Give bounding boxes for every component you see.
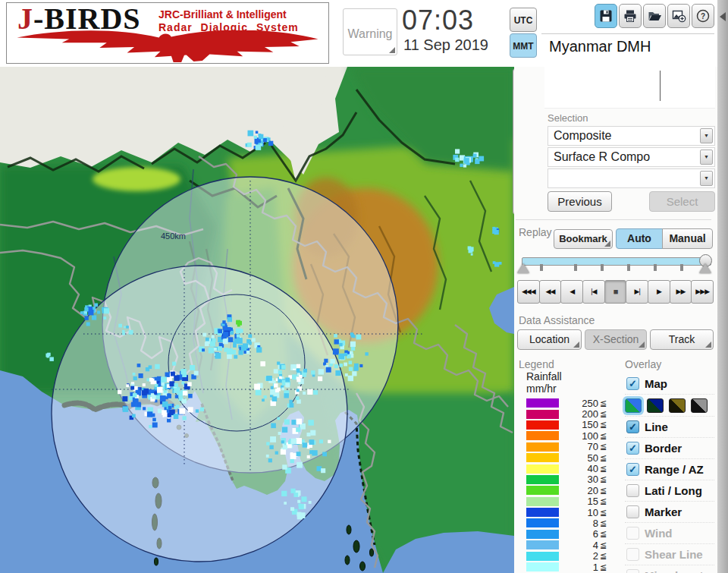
chevron-down-icon[interactable]: ▼ — [700, 150, 713, 165]
legend-row: 50≦ — [526, 452, 617, 463]
line-checkbox[interactable]: ✓ — [626, 420, 639, 433]
less-equal-symbol: ≦ — [600, 398, 607, 408]
step-forward-button[interactable]: ▶| — [626, 280, 648, 304]
mmt-button[interactable]: MMT — [510, 33, 537, 58]
overlay-item-label: Map — [645, 377, 667, 390]
open-file-button[interactable] — [643, 4, 666, 28]
border-checkbox[interactable]: ✓ — [626, 442, 639, 455]
add-image-icon — [671, 8, 686, 24]
lati-long-checkbox[interactable] — [626, 484, 639, 497]
step-backward-button[interactable]: |◀ — [582, 280, 605, 304]
map-style-darkgreen-navy[interactable] — [647, 398, 664, 413]
marker-checkbox[interactable] — [626, 505, 639, 518]
legend-color-swatch — [526, 530, 559, 539]
save-button[interactable] — [595, 4, 617, 28]
map-style-black-olive[interactable] — [669, 398, 686, 413]
fast-backward-button[interactable]: ◀◀ — [539, 280, 562, 304]
overlay-checklist: ✓Map✓Line✓Border✓Range / AZLati / LongMa… — [625, 373, 714, 573]
legend-row: 15≦ — [526, 496, 617, 507]
legend-row: 70≦ — [526, 442, 617, 452]
play-backward-button[interactable]: ◀ — [560, 280, 583, 304]
manual-mode-button[interactable]: Manual — [662, 228, 713, 249]
forward-to-end-button[interactable]: ▶▶▶ — [691, 280, 714, 304]
legend-value: 200 — [565, 408, 598, 420]
overlay-item-label: Range / AZ — [645, 463, 704, 476]
legend-value: 15 — [565, 496, 598, 507]
map-checkbox[interactable]: ✓ — [626, 377, 639, 390]
less-equal-symbol: ≦ — [600, 529, 607, 539]
warning-button[interactable]: Warning — [343, 8, 397, 55]
slider-tick — [601, 264, 604, 271]
select-button[interactable]: Select — [649, 191, 715, 212]
legend-color-swatch — [526, 398, 559, 408]
print-button[interactable] — [619, 4, 642, 28]
legend-color-swatch — [526, 552, 559, 561]
product-dropdown-2[interactable]: Surface R Compo ▼ — [548, 147, 715, 167]
chevron-down-icon[interactable]: ▼ — [700, 171, 713, 186]
slider-start-marker[interactable] — [517, 263, 529, 273]
slider-end-marker[interactable] — [699, 263, 711, 273]
chevron-down-icon[interactable]: ▼ — [700, 128, 713, 143]
legend-row: 40≦ — [526, 463, 617, 474]
track-button[interactable]: Track — [650, 329, 714, 350]
legend-row: 6≦ — [526, 529, 617, 540]
previous-button[interactable]: Previous — [548, 191, 612, 212]
map-style-green-blue[interactable] — [625, 398, 642, 413]
less-equal-symbol: ≦ — [600, 508, 607, 518]
add-image-button[interactable] — [667, 4, 690, 28]
legend-color-swatch — [526, 475, 559, 484]
collapse-panel-icon[interactable] — [720, 12, 726, 21]
less-equal-symbol: ≦ — [600, 486, 607, 496]
text-caret — [660, 71, 661, 101]
x-section-button[interactable]: X-Section — [585, 329, 647, 350]
location-label: Location — [529, 333, 570, 345]
save-icon — [598, 8, 613, 24]
open-folder-icon — [647, 8, 662, 24]
utc-button[interactable]: UTC — [510, 8, 537, 32]
bookmark-button[interactable]: Bookmark — [554, 229, 613, 249]
station-text-field[interactable] — [544, 67, 715, 109]
legend-value: 70 — [565, 441, 598, 452]
slider-tick — [654, 264, 657, 271]
play-forward-button[interactable]: ▶ — [648, 280, 670, 304]
shear-line-checkbox — [626, 548, 639, 561]
legend-row: 20≦ — [526, 485, 617, 496]
overlay-item-label: Line — [645, 420, 668, 433]
corner-menu-icon — [705, 342, 711, 348]
warning-label: Warning — [348, 27, 393, 40]
map-style-swatches — [625, 394, 714, 416]
overlay-item-label: Border — [645, 442, 682, 455]
legend-value: 8 — [565, 518, 598, 529]
map-style-black-gray[interactable] — [691, 398, 708, 413]
auto-mode-button[interactable]: Auto — [616, 228, 663, 249]
rewind-to-start-button[interactable]: ◀◀◀ — [517, 280, 540, 304]
legend-row: 250≦ — [526, 398, 617, 408]
svg-text:?: ? — [701, 12, 705, 20]
less-equal-symbol: ≦ — [600, 551, 607, 561]
overlay-item-label: Microburst — [645, 569, 704, 573]
less-equal-symbol: ≦ — [600, 453, 607, 463]
product-dropdown-1[interactable]: Composite ▼ — [548, 126, 715, 146]
stop-button[interactable]: ■ — [604, 280, 627, 304]
legend-value: 2 — [565, 550, 598, 562]
dropdown-value: Composite — [554, 127, 611, 145]
location-button[interactable]: Location — [517, 329, 582, 350]
panel-collapse-strip[interactable] — [717, 0, 728, 573]
legend-color-swatch — [526, 486, 559, 495]
overlay-item-label: Lati / Long — [645, 484, 702, 497]
slider-tick — [574, 264, 577, 271]
range-az-checkbox[interactable]: ✓ — [626, 463, 639, 476]
legend-color-swatch — [526, 508, 559, 517]
product-dropdown-3[interactable]: ▼ — [548, 168, 715, 188]
radar-map[interactable]: 450km — [0, 67, 514, 573]
track-label: Track — [669, 333, 695, 345]
fast-forward-button[interactable]: ▶▶ — [670, 280, 692, 304]
less-equal-symbol: ≦ — [600, 540, 607, 550]
header-divider — [541, 33, 714, 34]
legend-color-swatch — [526, 420, 559, 430]
eagle-icon — [10, 30, 325, 62]
help-icon: ? — [695, 8, 711, 24]
help-button[interactable]: ? — [692, 4, 714, 28]
legend-color-swatch — [526, 453, 559, 462]
legend-value: 10 — [565, 507, 598, 518]
